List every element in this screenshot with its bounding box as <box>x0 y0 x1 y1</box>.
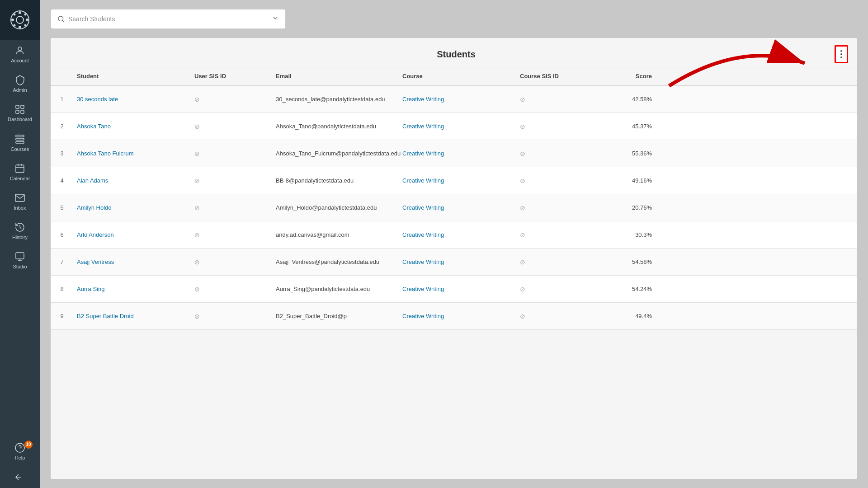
table-header: Students <box>51 38 857 67</box>
sidebar-item-account[interactable]: Account <box>0 40 40 69</box>
student-link[interactable]: B2 Super Battle Droid <box>73 309 191 323</box>
col-header-course-sis: Course SIS ID <box>516 71 598 81</box>
svg-rect-13 <box>16 110 19 113</box>
chain-icon-2: ⊘ <box>520 231 525 239</box>
sidebar-label-account: Account <box>11 58 29 64</box>
row-number: 4 <box>51 174 73 188</box>
svg-point-27 <box>15 443 24 452</box>
sidebar-item-collapse[interactable] <box>0 466 40 488</box>
sidebar-item-courses[interactable]: Courses <box>0 128 40 158</box>
sidebar-item-studio[interactable]: Studio <box>0 246 40 275</box>
score-cell: 55.36% <box>598 146 661 160</box>
user-sis-cell: ⊘ <box>191 174 272 188</box>
table-row: 2 Ahsoka Tano ⊘ Ahsoka_Tano@pandalyticte… <box>51 113 857 140</box>
course-link[interactable]: Creative Writing <box>399 255 516 269</box>
course-sis-cell: ⊘ <box>516 255 598 269</box>
sidebar-item-history[interactable]: History <box>0 216 40 246</box>
course-sis-cell: ⊘ <box>516 201 598 215</box>
course-link[interactable]: Creative Writing <box>399 146 516 160</box>
student-link[interactable]: Ahsoka Tano Fulcrum <box>73 146 191 160</box>
chain-icon-2: ⊘ <box>520 123 525 130</box>
search-icon <box>57 15 65 23</box>
table-options-button[interactable] <box>835 45 848 63</box>
sidebar-label-calendar: Calendar <box>10 176 30 182</box>
row-number: 8 <box>51 282 73 296</box>
email-cell: 30_seconds_late@pandalytictestdata.edu <box>272 92 399 106</box>
course-link[interactable]: Creative Writing <box>399 119 516 133</box>
row-number: 2 <box>51 119 73 133</box>
student-link[interactable]: Alan Adams <box>73 174 191 188</box>
search-placeholder: Search Students <box>68 15 272 23</box>
course-link[interactable]: Creative Writing <box>399 309 516 323</box>
course-link[interactable]: Creative Writing <box>399 201 516 215</box>
user-sis-cell: ⊘ <box>191 282 272 296</box>
sidebar: Account Admin Dashboard Courses <box>0 0 40 488</box>
col-header-score: Score <box>598 71 661 81</box>
chain-icon: ⊘ <box>194 204 200 211</box>
email-cell: Ahsoka_Tano_Fulcrum@pandalytictestdata.e… <box>272 146 399 160</box>
svg-point-10 <box>18 47 22 51</box>
col-header-course: Course <box>399 71 516 81</box>
row-number: 1 <box>51 92 73 106</box>
sidebar-item-dashboard[interactable]: Dashboard <box>0 99 40 128</box>
sidebar-label-help: Help <box>15 455 25 461</box>
course-link[interactable]: Creative Writing <box>399 282 516 296</box>
chain-icon: ⊘ <box>194 258 200 266</box>
student-link[interactable]: Asajj Ventress <box>73 255 191 269</box>
student-link[interactable]: Amilyn Holdo <box>73 201 191 215</box>
sidebar-item-admin[interactable]: Admin <box>0 69 40 99</box>
user-sis-cell: ⊘ <box>191 146 272 161</box>
svg-point-8 <box>24 14 27 16</box>
column-headers: Student User SIS ID Email Course Course … <box>51 67 857 86</box>
sidebar-item-help[interactable]: 10 Help <box>0 437 40 466</box>
chain-icon-2: ⊘ <box>520 96 525 103</box>
col-header-student: Student <box>73 71 191 81</box>
user-sis-cell: ⊘ <box>191 255 272 269</box>
course-link[interactable]: Creative Writing <box>399 174 516 188</box>
svg-rect-17 <box>16 141 24 143</box>
course-link[interactable]: Creative Writing <box>399 92 516 106</box>
email-cell: Ahsoka_Tano@pandalytictestdata.edu <box>272 119 399 133</box>
student-link[interactable]: Aurra Sing <box>73 282 191 296</box>
search-bar[interactable]: Search Students <box>51 9 286 29</box>
sidebar-item-calendar[interactable]: Calendar <box>0 158 40 187</box>
student-link[interactable]: 30 seconds late <box>73 92 191 106</box>
score-cell: 42.58% <box>598 92 661 106</box>
email-cell: B2_Super_Battle_Droid@p <box>272 309 399 323</box>
user-sis-cell: ⊘ <box>191 119 272 134</box>
row-number: 9 <box>51 309 73 323</box>
chain-icon: ⊘ <box>194 177 200 184</box>
svg-point-3 <box>19 26 21 28</box>
svg-rect-14 <box>21 110 24 113</box>
table-row: 8 Aurra Sing ⊘ Aurra_Sing@pandalytictest… <box>51 276 857 303</box>
svg-point-9 <box>14 24 16 27</box>
course-sis-cell: ⊘ <box>516 92 598 107</box>
table-row: 9 B2 Super Battle Droid ⊘ B2_Super_Battl… <box>51 303 857 330</box>
student-link[interactable]: Ahsoka Tano <box>73 119 191 133</box>
chain-icon: ⊘ <box>194 96 200 103</box>
user-sis-cell: ⊘ <box>191 228 272 242</box>
score-cell: 49.4% <box>598 309 661 323</box>
sidebar-item-inbox[interactable]: Inbox <box>0 187 40 216</box>
svg-point-1 <box>16 16 24 23</box>
svg-rect-18 <box>16 165 24 173</box>
user-sis-cell: ⊘ <box>191 201 272 215</box>
chain-icon-2: ⊘ <box>520 177 525 184</box>
sidebar-label-courses: Courses <box>11 146 29 152</box>
chain-icon-2: ⊘ <box>520 286 525 293</box>
sidebar-logo[interactable] <box>0 0 40 40</box>
col-header-email: Email <box>272 71 399 81</box>
course-link[interactable]: Creative Writing <box>399 228 516 242</box>
svg-point-6 <box>14 14 16 16</box>
chain-icon: ⊘ <box>194 123 200 130</box>
search-chevron-icon <box>272 14 279 23</box>
svg-line-23 <box>20 227 21 229</box>
svg-rect-11 <box>16 105 19 108</box>
col-header-sis: User SIS ID <box>191 71 272 81</box>
svg-line-31 <box>62 20 64 22</box>
score-cell: 45.37% <box>598 119 661 133</box>
course-sis-cell: ⊘ <box>516 282 598 296</box>
svg-rect-12 <box>21 105 24 108</box>
col-header-num <box>51 71 73 81</box>
student-link[interactable]: Arlo Anderson <box>73 228 191 242</box>
